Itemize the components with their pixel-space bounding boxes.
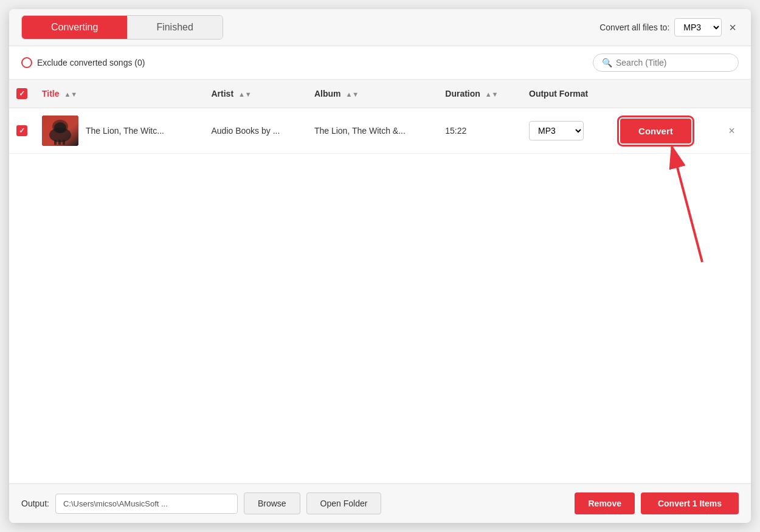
- header-artist[interactable]: Artist ▲▼: [204, 80, 306, 108]
- filter-bar: Exclude converted songs (0) 🔍: [9, 46, 751, 80]
- album-sort-icon: ▲▼: [345, 91, 359, 98]
- row-convert-button[interactable]: Convert: [620, 119, 691, 143]
- search-icon: 🔍: [602, 58, 612, 67]
- row-duration: 15:22: [438, 108, 522, 154]
- album-art: [42, 116, 78, 146]
- album-art-inner: [42, 116, 78, 146]
- search-box: 🔍: [593, 54, 739, 72]
- remove-button[interactable]: Remove: [575, 492, 634, 514]
- svg-rect-6: [58, 140, 61, 145]
- title-sort-icon: ▲▼: [64, 91, 77, 98]
- row-title: The Lion, The Witc...: [86, 126, 164, 136]
- header-title[interactable]: Title ▲▼: [35, 80, 204, 108]
- convert-items-button[interactable]: Convert 1 Items: [641, 492, 739, 514]
- browse-button[interactable]: Browse: [244, 492, 300, 514]
- header-output-format: Output Format: [522, 80, 613, 108]
- tab-converting[interactable]: Converting: [22, 16, 127, 39]
- row-remove-button[interactable]: ×: [726, 125, 738, 137]
- row-title-cell: The Lion, The Witc...: [35, 108, 204, 154]
- row-format-cell: MP3 AAC FLAC WAV: [522, 108, 613, 154]
- row-checkbox-cell: [9, 108, 35, 154]
- header-album[interactable]: Album ▲▼: [307, 80, 438, 108]
- tracks-table: Title ▲▼ Artist ▲▼ Album ▲▼ Duration: [9, 80, 751, 154]
- table-container: Title ▲▼ Artist ▲▼ Album ▲▼ Duration: [9, 80, 751, 483]
- row-artist: Audio Books by ...: [204, 108, 306, 154]
- row-album: The Lion, The Witch &...: [307, 108, 438, 154]
- header-checkbox[interactable]: [16, 88, 27, 99]
- row-convert-cell: Convert: [613, 108, 719, 154]
- row-checkbox[interactable]: [16, 125, 27, 136]
- title-cell: The Lion, The Witc...: [42, 116, 196, 146]
- format-select[interactable]: MP3 AAC FLAC WAV: [674, 18, 722, 36]
- svg-point-4: [52, 120, 68, 133]
- exclude-radio[interactable]: [21, 57, 32, 68]
- exclude-label: Exclude converted songs (0): [37, 58, 145, 67]
- bottom-bar: Output: C:\Users\micso\AMusicSoft ... Br…: [9, 483, 751, 523]
- exclude-group: Exclude converted songs (0): [21, 57, 145, 68]
- main-window: Converting Finished Convert all files to…: [9, 9, 751, 523]
- window-close-button[interactable]: ×: [727, 21, 739, 35]
- row-format-select[interactable]: MP3 AAC FLAC WAV: [529, 121, 584, 140]
- table-row: The Lion, The Witc... Audio Books by ...…: [9, 108, 751, 154]
- search-input[interactable]: [616, 58, 730, 67]
- table-header-row: Title ▲▼ Artist ▲▼ Album ▲▼ Duration: [9, 80, 751, 108]
- duration-sort-icon: ▲▼: [485, 91, 499, 98]
- tab-group: Converting Finished: [21, 15, 223, 40]
- artist-sort-icon: ▲▼: [238, 91, 252, 98]
- header-duration[interactable]: Duration ▲▼: [438, 80, 522, 108]
- header-actions: [613, 80, 719, 108]
- content-area: Title ▲▼ Artist ▲▼ Album ▲▼ Duration: [9, 80, 751, 483]
- open-folder-button[interactable]: Open Folder: [306, 492, 382, 514]
- output-label: Output:: [21, 499, 49, 508]
- convert-all-group: Convert all files to: MP3 AAC FLAC WAV ×: [599, 18, 739, 36]
- album-art-svg: [42, 116, 78, 146]
- row-remove-cell: ×: [719, 108, 751, 154]
- tab-finished[interactable]: Finished: [127, 16, 222, 39]
- header-remove: [719, 80, 751, 108]
- top-bar: Converting Finished Convert all files to…: [9, 9, 751, 46]
- output-path: C:\Users\micso\AMusicSoft ...: [55, 494, 238, 514]
- header-checkbox-cell: [9, 80, 35, 108]
- svg-rect-5: [54, 140, 57, 145]
- convert-all-label: Convert all files to:: [599, 22, 669, 32]
- svg-rect-7: [63, 140, 65, 145]
